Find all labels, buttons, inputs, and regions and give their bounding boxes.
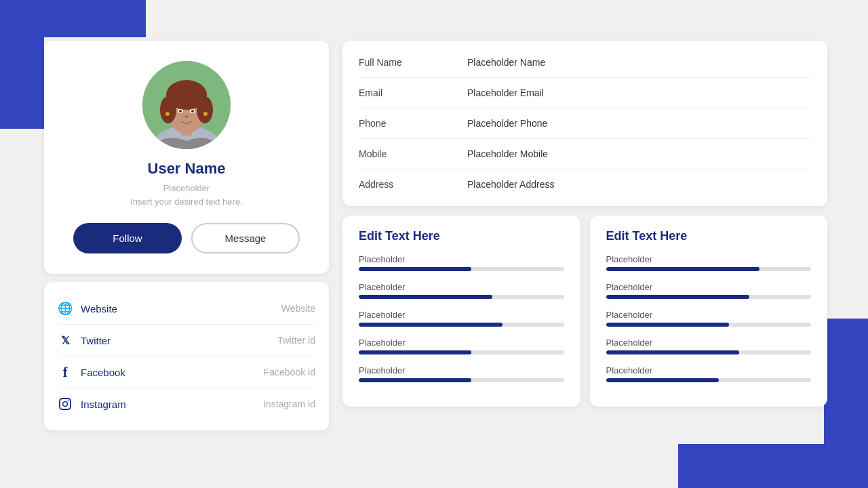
stat-label-left-1: Placeholder (359, 254, 564, 264)
stat-card-right-title: Edit Text Here (606, 229, 812, 243)
svg-point-11 (184, 115, 189, 118)
info-card: Full Name Placeholder Name Email Placeho… (342, 41, 827, 206)
progress-fill-right-4 (606, 350, 740, 354)
follow-button[interactable]: Follow (73, 223, 182, 253)
progress-fill-left-3 (359, 323, 502, 327)
progress-bg-right-1 (606, 267, 812, 271)
social-row-facebook: f Facebook Facebook id (58, 357, 315, 388)
user-name: User Name (148, 160, 226, 178)
instagram-label: Instagram (81, 399, 126, 410)
stat-label-left-2: Placeholder (359, 282, 564, 292)
profile-card: User Name Placeholder Insert your desire… (44, 41, 329, 274)
progress-bg-right-2 (606, 295, 812, 299)
twitter-label: Twitter (81, 335, 111, 346)
right-panel: Full Name Placeholder Name Email Placeho… (342, 41, 827, 430)
instagram-icon (58, 396, 73, 411)
info-value-email: Placeholder Email (467, 87, 544, 98)
stat-item-right-4: Placeholder (606, 338, 812, 354)
progress-fill-right-3 (606, 323, 730, 327)
stat-card-right: Edit Text Here Placeholder Placeholder P… (590, 216, 828, 407)
info-row-mobile: Mobile Placeholder Mobile (359, 139, 811, 169)
social-row-twitter: 𝕏 Twitter Twitter id (58, 325, 315, 357)
info-value-address: Placeholder Address (467, 179, 554, 190)
info-value-mobile: Placeholder Mobile (467, 148, 548, 159)
subtitle-line2: Insert your desired text here. (130, 197, 242, 207)
progress-fill-right-5 (606, 378, 719, 382)
svg-point-12 (165, 112, 170, 116)
subtitle-line1: Placeholder (163, 183, 210, 193)
info-label-mobile: Mobile (359, 148, 467, 159)
progress-bg-right-4 (606, 350, 812, 354)
svg-point-9 (179, 110, 182, 113)
progress-bg-left-3 (359, 323, 564, 327)
twitter-icon: 𝕏 (58, 333, 73, 348)
stat-label-right-2: Placeholder (606, 282, 812, 292)
info-row-email: Email Placeholder Email (359, 78, 811, 108)
progress-fill-left-5 (359, 378, 471, 382)
left-panel: User Name Placeholder Insert your desire… (44, 41, 329, 430)
svg-point-5 (160, 96, 176, 123)
progress-fill-right-1 (606, 267, 760, 271)
svg-rect-14 (60, 399, 71, 409)
avatar (142, 61, 231, 149)
website-value: Website (281, 303, 315, 314)
bottom-cards: Edit Text Here Placeholder Placeholder P… (342, 216, 827, 407)
social-card: 🌐 Website Website 𝕏 Twitter Twitter id f… (44, 282, 329, 430)
stat-label-left-5: Placeholder (359, 365, 564, 375)
progress-bg-left-4 (359, 350, 564, 354)
stat-item-right-5: Placeholder (606, 365, 812, 382)
message-button[interactable]: Message (191, 223, 300, 253)
instagram-value: Instagram id (263, 399, 315, 409)
stat-item-right-3: Placeholder (606, 310, 812, 327)
facebook-value: Facebook id (264, 367, 315, 378)
info-label-address: Address (359, 179, 467, 190)
bg-decoration-left (0, 0, 44, 129)
info-row-address: Address Placeholder Address (359, 169, 811, 199)
stat-item-left-2: Placeholder (359, 282, 564, 299)
stat-item-right-1: Placeholder (606, 254, 812, 271)
facebook-icon: f (58, 365, 73, 380)
info-label-fullname: Full Name (359, 57, 467, 68)
main-container: User Name Placeholder Insert your desire… (44, 41, 827, 430)
stat-item-left-1: Placeholder (359, 254, 564, 271)
stat-label-right-1: Placeholder (606, 254, 812, 264)
svg-point-6 (197, 96, 213, 123)
social-row-website: 🌐 Website Website (58, 293, 315, 325)
bg-decoration-bottom (678, 444, 868, 488)
stat-label-right-4: Placeholder (606, 338, 812, 348)
progress-bg-left-5 (359, 378, 564, 382)
svg-point-15 (63, 402, 68, 407)
progress-bg-left-1 (359, 267, 564, 271)
stat-label-left-4: Placeholder (359, 338, 564, 348)
progress-fill-left-4 (359, 350, 471, 354)
website-label: Website (81, 303, 117, 314)
progress-bg-left-2 (359, 295, 564, 299)
progress-fill-left-1 (359, 267, 471, 271)
info-label-phone: Phone (359, 118, 467, 129)
svg-point-13 (203, 112, 208, 116)
stat-item-left-4: Placeholder (359, 338, 564, 354)
stat-label-right-3: Placeholder (606, 310, 812, 320)
info-value-phone: Placeholder Phone (467, 118, 547, 129)
progress-bg-right-5 (606, 378, 812, 382)
info-row-phone: Phone Placeholder Phone (359, 108, 811, 139)
svg-point-10 (191, 110, 194, 113)
stat-label-right-5: Placeholder (606, 365, 812, 375)
action-buttons: Follow Message (58, 223, 315, 253)
twitter-value: Twitter id (277, 335, 315, 346)
stat-card-left: Edit Text Here Placeholder Placeholder P… (342, 216, 580, 407)
user-subtitle: Placeholder Insert your desired text her… (130, 182, 242, 208)
stat-item-right-2: Placeholder (606, 282, 812, 299)
info-row-fullname: Full Name Placeholder Name (359, 47, 811, 78)
stat-item-left-5: Placeholder (359, 365, 564, 382)
stat-label-left-3: Placeholder (359, 310, 564, 320)
stat-card-left-title: Edit Text Here (359, 229, 564, 243)
website-icon: 🌐 (58, 301, 73, 316)
progress-bg-right-3 (606, 323, 812, 327)
progress-fill-right-2 (606, 295, 750, 299)
svg-point-16 (68, 401, 69, 402)
stat-item-left-3: Placeholder (359, 310, 564, 327)
facebook-label: Facebook (81, 367, 125, 378)
social-row-instagram: Instagram Instagram id (58, 388, 315, 420)
info-label-email: Email (359, 87, 467, 98)
